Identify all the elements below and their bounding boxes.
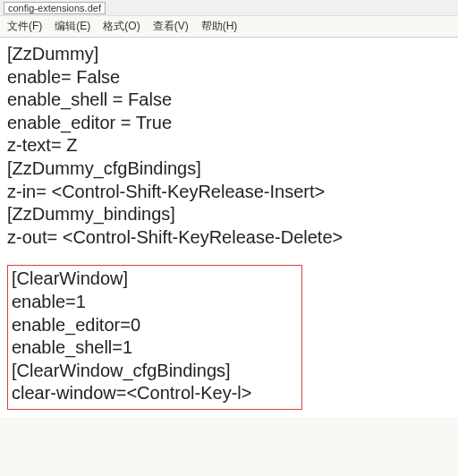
menu-format[interactable]: 格式(O) xyxy=(99,18,143,35)
config-line: z-text= Z xyxy=(7,134,451,157)
config-line: z-in= <Control-Shift-KeyRelease-Insert> xyxy=(7,181,451,204)
config-line: enable= False xyxy=(7,66,451,89)
config-line: [ClearWindow_cfgBindings] xyxy=(12,360,298,383)
config-line: enable_editor=0 xyxy=(12,314,298,337)
titlebar: config-extensions.def xyxy=(0,0,458,16)
menu-file[interactable]: 文件(F) xyxy=(4,18,46,35)
blank-line xyxy=(7,249,451,265)
config-block-clearwindow-highlight: [ClearWindow] enable=1 enable_editor=0 e… xyxy=(7,265,302,410)
menu-help[interactable]: 帮助(H) xyxy=(198,18,242,35)
config-line: enable=1 xyxy=(12,291,298,314)
menu-view[interactable]: 查看(V) xyxy=(149,18,192,35)
config-line: enable_shell=1 xyxy=(12,336,298,360)
config-line: [ClearWindow] xyxy=(12,268,298,291)
config-line: enable_editor = True xyxy=(7,112,451,135)
config-line: [ZzDummy] xyxy=(7,43,451,66)
config-line: [ZzDummy_cfgBindings] xyxy=(7,157,451,181)
config-line: [ZzDummy_bindings] xyxy=(7,203,451,226)
config-line: enable_shell = False xyxy=(7,89,451,112)
title-tab: config-extensions.def xyxy=(4,2,106,14)
config-block-zzdummy: [ZzDummy] enable= False enable_shell = F… xyxy=(7,43,451,249)
editor-content[interactable]: [ZzDummy] enable= False enable_shell = F… xyxy=(0,37,458,417)
menubar: 文件(F) 编辑(E) 格式(O) 查看(V) 帮助(H) xyxy=(0,16,458,37)
config-line: clear-window=<Control-Key-l> xyxy=(12,382,298,405)
config-line: z-out= <Control-Shift-KeyRelease-Delete> xyxy=(7,226,451,250)
menu-edit[interactable]: 编辑(E) xyxy=(51,18,94,35)
